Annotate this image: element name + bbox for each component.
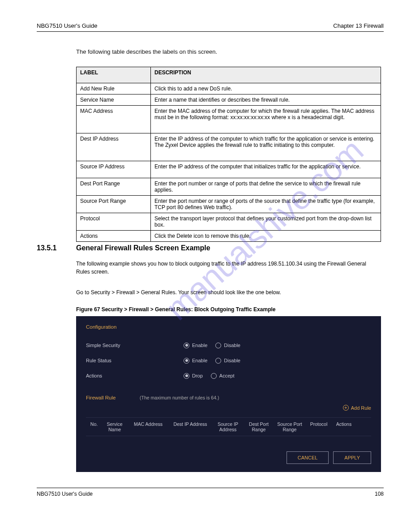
table-row: Source IP AddressEnter the IP address of… [77,161,381,178]
radio-icon [211,373,217,379]
rule-status-enable-radio[interactable]: Enable [184,358,207,364]
row-label: Dest Port Range [77,178,151,196]
col-source-port-range: Source Port Range [273,421,306,432]
firewall-rule-note: (The maximum number of rules is 64.) [140,395,219,400]
figure-caption: Figure 67 Security > Firewall > General … [76,306,411,313]
col-no: No. [86,421,102,432]
plus-circle-icon: + [343,405,349,411]
row-desc: Enter the IP address of the computer to … [151,133,381,161]
add-rule-label: Add Rule [351,405,371,411]
table-row: Source Port RangeEnter the port number o… [77,196,381,213]
header-divider [37,31,384,32]
col-protocol: Protocol [306,421,331,432]
radio-icon [215,358,221,364]
firewall-rule-heading: Firewall Rule [86,395,140,400]
rule-status-disable-radio[interactable]: Disable [215,358,240,364]
header-right: Chapter 13 Firewall [333,22,384,29]
radio-label: Enable [192,358,207,363]
table-row: ActionsClick the Delete icon to remove t… [77,231,381,242]
th-label: LABEL [77,67,151,83]
simple-security-disable-radio[interactable]: Disable [215,343,240,348]
table-row: Add New RuleClick this to add a new DoS … [77,83,381,94]
table-row: Dest IP AddressEnter the IP address of t… [77,133,381,161]
radio-label: Accept [219,373,235,378]
radio-label: Drop [192,373,203,378]
col-actions: Actions [331,421,356,432]
radio-icon [184,358,189,364]
rule-status-label: Rule Status [86,358,184,363]
radio-icon [184,373,189,379]
th-desc: DESCRIPTION [151,67,381,83]
radio-label: Disable [224,343,240,348]
table-row: MAC AddressEnter the MAC address of the … [77,106,381,133]
table-row: ProtocolSelect the transport layer proto… [77,213,381,231]
footer-page-number: 108 [375,491,384,497]
col-dest-ip: Dest IP Address [169,421,211,432]
row-desc: Enter the port number or range of ports … [151,196,381,213]
row-desc: Click the Delete icon to remove this rul… [151,231,381,242]
section-number: 13.5.1 [37,244,56,252]
radio-icon [184,343,189,348]
config-heading: Configuration [86,324,371,330]
footer-left: NBG7510 User's Guide [37,491,93,497]
row-desc: Enter the MAC address of the computer fo… [151,106,381,133]
footer-divider [37,488,384,488]
rule-table-header: No. Service Name MAC Address Dest IP Add… [86,417,371,436]
row-label: Actions [77,231,151,242]
section-para-2: Go to Security > Firewall > General Rule… [76,288,381,296]
intro-text: The following table describes the labels… [76,48,217,55]
firewall-config-screenshot: Configuration Simple Security Enable Dis… [76,316,381,472]
actions-accept-radio[interactable]: Accept [211,373,235,379]
cancel-button[interactable]: CANCEL [287,451,329,464]
row-desc: Select the transport layer protocol that… [151,213,381,231]
row-label: Protocol [77,213,151,231]
row-label: MAC Address [77,106,151,133]
add-rule-button[interactable]: + Add Rule [343,405,371,411]
header-left: NBG7510 User's Guide [37,22,97,29]
col-dest-port-range: Dest Port Range [244,421,273,432]
actions-drop-radio[interactable]: Drop [184,373,203,379]
table-row: Service NameEnter a name that identifies… [77,94,381,106]
row-label: Source IP Address [77,161,151,178]
row-label: Dest IP Address [77,133,151,161]
radio-icon [215,343,221,348]
actions-label: Actions [86,373,184,378]
row-desc: Click this to add a new DoS rule. [151,83,381,94]
row-desc: Enter the port number or range of ports … [151,178,381,196]
table-row: Dest Port RangeEnter the port number or … [77,178,381,196]
col-source-ip: Source IP Address [211,421,244,432]
row-desc: Enter a name that identifies or describe… [151,94,381,106]
apply-button[interactable]: APPLY [333,451,371,464]
row-label: Add New Rule [77,83,151,94]
params-table: LABEL DESCRIPTION Add New RuleClick this… [76,67,381,242]
section-para-1: The following example shows you how to b… [76,260,381,276]
col-mac-address: MAC Address [127,421,169,432]
row-desc: Enter the IP address of the computer tha… [151,161,381,178]
section-title: General Firewall Rules Screen Example [76,244,210,252]
radio-label: Enable [192,343,207,348]
radio-label: Disable [224,358,240,363]
simple-security-label: Simple Security [86,343,184,348]
row-label: Service Name [77,94,151,106]
row-label: Source Port Range [77,196,151,213]
col-service-name: Service Name [102,421,127,432]
simple-security-enable-radio[interactable]: Enable [184,343,207,348]
